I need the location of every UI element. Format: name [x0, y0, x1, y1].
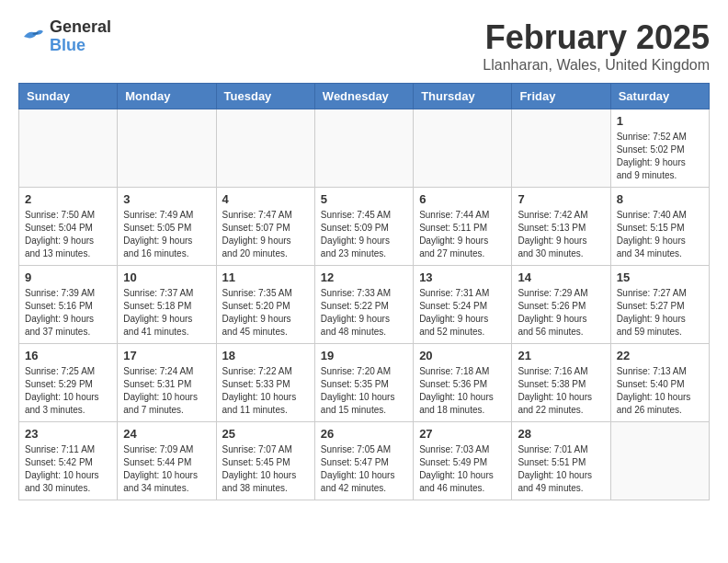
day-info: Sunrise: 7:13 AMSunset: 5:40 PMDaylight:… — [617, 365, 703, 417]
day-info: Sunrise: 7:16 AMSunset: 5:38 PMDaylight:… — [518, 365, 604, 417]
calendar-cell: 2Sunrise: 7:50 AMSunset: 5:04 PMDaylight… — [19, 188, 118, 266]
day-info: Sunrise: 7:40 AMSunset: 5:15 PMDaylight:… — [617, 209, 703, 260]
calendar-cell: 13Sunrise: 7:31 AMSunset: 5:24 PMDayligh… — [414, 266, 512, 344]
logo-text: General Blue — [50, 18, 111, 55]
day-number: 20 — [419, 349, 506, 362]
day-info: Sunrise: 7:31 AMSunset: 5:24 PMDaylight:… — [419, 287, 506, 339]
logo: General Blue — [18, 18, 111, 55]
weekday-header-friday: Friday — [512, 84, 610, 109]
day-info: Sunrise: 7:11 AMSunset: 5:42 PMDaylight:… — [25, 443, 111, 495]
day-number: 5 — [321, 192, 407, 206]
calendar-cell: 1Sunrise: 7:52 AMSunset: 5:02 PMDaylight… — [610, 109, 709, 188]
day-info: Sunrise: 7:29 AMSunset: 5:26 PMDaylight:… — [518, 287, 604, 339]
day-info: Sunrise: 7:27 AMSunset: 5:27 PMDaylight:… — [617, 287, 703, 339]
weekday-header-sunday: Sunday — [19, 84, 118, 109]
day-number: 12 — [321, 270, 407, 284]
calendar-week-row: 2Sunrise: 7:50 AMSunset: 5:04 PMDaylight… — [19, 188, 710, 266]
day-info: Sunrise: 7:45 AMSunset: 5:09 PMDaylight:… — [321, 209, 407, 260]
weekday-header-wednesday: Wednesday — [314, 84, 413, 109]
calendar-cell: 23Sunrise: 7:11 AMSunset: 5:42 PMDayligh… — [19, 422, 118, 500]
calendar-cell: 28Sunrise: 7:01 AMSunset: 5:51 PMDayligh… — [512, 422, 610, 500]
day-info: Sunrise: 7:39 AMSunset: 5:16 PMDaylight:… — [25, 287, 111, 339]
day-number: 25 — [222, 427, 309, 441]
calendar-cell: 3Sunrise: 7:49 AMSunset: 5:05 PMDaylight… — [118, 188, 216, 266]
day-number: 26 — [321, 427, 407, 441]
day-number: 23 — [25, 427, 111, 441]
calendar-table: SundayMondayTuesdayWednesdayThursdayFrid… — [18, 83, 710, 500]
calendar-cell: 11Sunrise: 7:35 AMSunset: 5:20 PMDayligh… — [216, 266, 314, 344]
day-info: Sunrise: 7:03 AMSunset: 5:49 PMDaylight:… — [419, 443, 506, 495]
day-number: 14 — [518, 270, 604, 284]
calendar-cell: 7Sunrise: 7:42 AMSunset: 5:13 PMDaylight… — [512, 188, 610, 266]
page-header: General Blue February 2025 Llanharan, Wa… — [18, 18, 710, 74]
logo-icon — [18, 23, 46, 51]
calendar-cell: 9Sunrise: 7:39 AMSunset: 5:16 PMDaylight… — [19, 266, 118, 344]
calendar-cell — [118, 109, 216, 188]
calendar-week-row: 16Sunrise: 7:25 AMSunset: 5:29 PMDayligh… — [19, 344, 710, 422]
day-info: Sunrise: 7:33 AMSunset: 5:22 PMDaylight:… — [321, 287, 407, 339]
day-info: Sunrise: 7:49 AMSunset: 5:05 PMDaylight:… — [123, 209, 210, 260]
day-info: Sunrise: 7:37 AMSunset: 5:18 PMDaylight:… — [123, 287, 210, 339]
day-info: Sunrise: 7:01 AMSunset: 5:51 PMDaylight:… — [518, 443, 604, 495]
day-info: Sunrise: 7:05 AMSunset: 5:47 PMDaylight:… — [321, 443, 407, 495]
day-info: Sunrise: 7:42 AMSunset: 5:13 PMDaylight:… — [518, 209, 604, 260]
calendar-cell: 26Sunrise: 7:05 AMSunset: 5:47 PMDayligh… — [314, 422, 413, 500]
day-info: Sunrise: 7:18 AMSunset: 5:36 PMDaylight:… — [419, 365, 506, 417]
calendar-cell: 25Sunrise: 7:07 AMSunset: 5:45 PMDayligh… — [216, 422, 314, 500]
calendar-week-row: 1Sunrise: 7:52 AMSunset: 5:02 PMDaylight… — [19, 109, 710, 188]
calendar-cell — [414, 109, 512, 188]
calendar-cell: 15Sunrise: 7:27 AMSunset: 5:27 PMDayligh… — [610, 266, 709, 344]
calendar-week-row: 9Sunrise: 7:39 AMSunset: 5:16 PMDaylight… — [19, 266, 710, 344]
day-info: Sunrise: 7:20 AMSunset: 5:35 PMDaylight:… — [321, 365, 407, 417]
day-number: 7 — [518, 192, 604, 206]
day-number: 6 — [419, 192, 506, 206]
calendar-cell: 20Sunrise: 7:18 AMSunset: 5:36 PMDayligh… — [414, 344, 512, 422]
day-number: 17 — [123, 349, 210, 362]
day-info: Sunrise: 7:52 AMSunset: 5:02 PMDaylight:… — [617, 131, 703, 182]
weekday-header-thursday: Thursday — [414, 84, 512, 109]
day-number: 21 — [518, 349, 604, 362]
calendar-cell — [19, 109, 118, 188]
day-number: 10 — [123, 270, 210, 284]
day-info: Sunrise: 7:25 AMSunset: 5:29 PMDaylight:… — [25, 365, 111, 417]
calendar-cell: 4Sunrise: 7:47 AMSunset: 5:07 PMDaylight… — [216, 188, 314, 266]
calendar-cell: 27Sunrise: 7:03 AMSunset: 5:49 PMDayligh… — [414, 422, 512, 500]
day-number: 27 — [419, 427, 506, 441]
calendar-cell — [216, 109, 314, 188]
day-number: 8 — [617, 192, 703, 206]
calendar-cell: 6Sunrise: 7:44 AMSunset: 5:11 PMDaylight… — [414, 188, 512, 266]
day-number: 9 — [25, 270, 111, 284]
day-number: 15 — [617, 270, 703, 284]
day-number: 11 — [222, 270, 309, 284]
calendar-cell: 22Sunrise: 7:13 AMSunset: 5:40 PMDayligh… — [610, 344, 709, 422]
calendar-week-row: 23Sunrise: 7:11 AMSunset: 5:42 PMDayligh… — [19, 422, 710, 500]
day-number: 18 — [222, 349, 309, 362]
calendar-cell: 19Sunrise: 7:20 AMSunset: 5:35 PMDayligh… — [314, 344, 413, 422]
day-info: Sunrise: 7:22 AMSunset: 5:33 PMDaylight:… — [222, 365, 309, 417]
calendar-cell — [314, 109, 413, 188]
title-block: February 2025 Llanharan, Wales, United K… — [483, 18, 710, 74]
weekday-header-tuesday: Tuesday — [216, 84, 314, 109]
day-info: Sunrise: 7:35 AMSunset: 5:20 PMDaylight:… — [222, 287, 309, 339]
day-number: 13 — [419, 270, 506, 284]
day-number: 28 — [518, 427, 604, 441]
day-number: 2 — [25, 192, 111, 206]
calendar-cell: 12Sunrise: 7:33 AMSunset: 5:22 PMDayligh… — [314, 266, 413, 344]
calendar-cell: 21Sunrise: 7:16 AMSunset: 5:38 PMDayligh… — [512, 344, 610, 422]
calendar-cell: 5Sunrise: 7:45 AMSunset: 5:09 PMDaylight… — [314, 188, 413, 266]
calendar-cell — [610, 422, 709, 500]
day-number: 1 — [617, 114, 703, 128]
day-number: 4 — [222, 192, 309, 206]
weekday-header-saturday: Saturday — [610, 84, 709, 109]
day-number: 22 — [617, 349, 703, 362]
day-number: 19 — [321, 349, 407, 362]
calendar-cell: 16Sunrise: 7:25 AMSunset: 5:29 PMDayligh… — [19, 344, 118, 422]
calendar-cell: 8Sunrise: 7:40 AMSunset: 5:15 PMDaylight… — [610, 188, 709, 266]
calendar-cell: 10Sunrise: 7:37 AMSunset: 5:18 PMDayligh… — [118, 266, 216, 344]
day-info: Sunrise: 7:47 AMSunset: 5:07 PMDaylight:… — [222, 209, 309, 260]
calendar-cell: 14Sunrise: 7:29 AMSunset: 5:26 PMDayligh… — [512, 266, 610, 344]
calendar-subtitle: Llanharan, Wales, United Kingdom — [483, 57, 710, 74]
day-info: Sunrise: 7:09 AMSunset: 5:44 PMDaylight:… — [123, 443, 210, 495]
calendar-title: February 2025 — [483, 18, 710, 57]
day-number: 16 — [25, 349, 111, 362]
